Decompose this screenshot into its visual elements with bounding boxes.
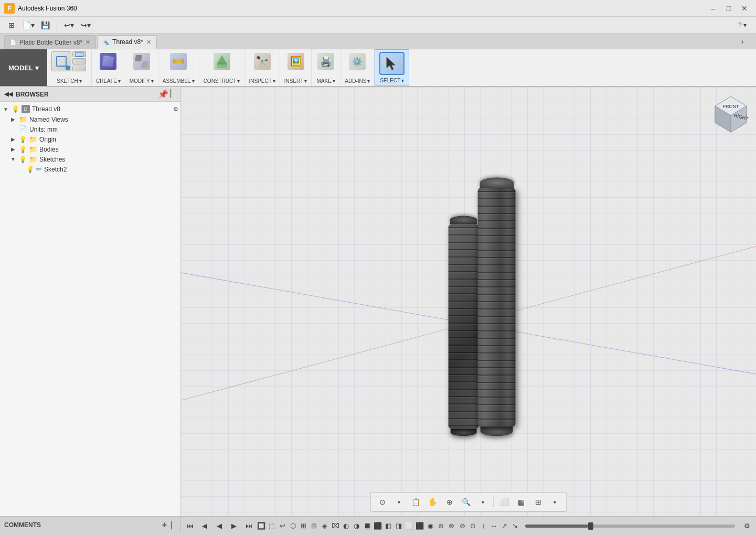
tree-item-origin[interactable]: ▶ 💡 📁 Origin bbox=[7, 134, 180, 144]
comments-add-button[interactable]: + bbox=[162, 520, 167, 530]
look-at-button[interactable]: 📋 bbox=[409, 495, 423, 509]
tool-15[interactable]: ⬜ bbox=[404, 519, 414, 533]
ribbon-group-addins[interactable]: ⚙️ ADD-INS▾ bbox=[340, 49, 375, 86]
construct-icons bbox=[212, 51, 232, 71]
statusbar: COMMENTS + ▏ ⏮ ◀ ◀ ▶ ⏭ 🔲 ⬚ ↩ ⬡ ⊞ ⊟ ◈ ⌧ ◐… bbox=[0, 516, 756, 535]
tool-16[interactable]: ⬛ bbox=[415, 519, 424, 533]
undo-button[interactable]: ↩▾ bbox=[61, 18, 76, 33]
addins-label: ADD-INS▾ bbox=[345, 78, 370, 84]
ribbon-group-construct[interactable]: CONSTRUCT▾ bbox=[199, 49, 245, 86]
tree-expand-sketches[interactable]: ▼ bbox=[9, 156, 17, 163]
tree-icon-units: 📄 bbox=[19, 125, 27, 133]
grid-button[interactable]: ▦ bbox=[514, 495, 529, 509]
ribbon-group-inspect[interactable]: 🔭 INSPECT▾ bbox=[244, 49, 280, 86]
tool-9[interactable]: ◐ bbox=[341, 519, 350, 533]
tool-12[interactable]: ⬛ bbox=[373, 519, 382, 533]
tool-4[interactable]: ⬡ bbox=[289, 519, 298, 533]
tab-thread[interactable]: 🔩 Thread v8* ✕ bbox=[97, 35, 157, 49]
env-button[interactable]: ⊞ bbox=[531, 495, 546, 509]
zoom-menu-button[interactable]: ▾ bbox=[476, 495, 491, 509]
ribbon-group-modify[interactable]: MODIFY▾ bbox=[125, 49, 158, 86]
tab1-close[interactable]: ✕ bbox=[86, 39, 90, 46]
browser-pin-button[interactable]: 📌 bbox=[158, 89, 168, 99]
browser-title-label: BROWSER bbox=[16, 91, 49, 98]
tree-expand-root[interactable]: ▼ bbox=[2, 105, 9, 113]
tool-21[interactable]: ⊙ bbox=[468, 519, 477, 533]
tree-label-bodies: Bodies bbox=[39, 146, 178, 153]
tool-13[interactable]: ◧ bbox=[384, 519, 393, 533]
viewport[interactable]: FRONT RIGHT ⊙ ▾ 📋 ✋ ⊕ 🔍 ▾ ⬜ ▦ ⊞ ▾ bbox=[181, 87, 756, 516]
addins-icons: ⚙️ bbox=[347, 51, 367, 71]
tab-scroll-right[interactable]: › bbox=[735, 34, 750, 49]
save-button[interactable]: 💾 bbox=[38, 18, 52, 33]
tab-plastic-bottle[interactable]: 📄 Platic Bottle Cutter v8* ✕ bbox=[4, 35, 96, 49]
tool-22[interactable]: ↕ bbox=[478, 519, 488, 533]
minimize-button[interactable]: – bbox=[706, 1, 720, 16]
tree-item-bodies[interactable]: ▶ 💡 📁 Bodies bbox=[7, 144, 180, 154]
close-button[interactable]: ✕ bbox=[737, 1, 752, 16]
modify-label: MODIFY▾ bbox=[130, 78, 154, 84]
play-end-button[interactable]: ⏭ bbox=[242, 519, 255, 533]
tool-1[interactable]: 🔲 bbox=[257, 519, 266, 533]
screw-short bbox=[449, 216, 479, 436]
tool-2[interactable]: ⬚ bbox=[267, 519, 276, 533]
play-prev2-button[interactable]: ◀ bbox=[212, 519, 226, 533]
grid-menu-button[interactable]: ⊞ bbox=[4, 18, 19, 33]
tool-6[interactable]: ⊟ bbox=[310, 519, 319, 533]
maximize-button[interactable]: □ bbox=[721, 1, 736, 16]
tool-10[interactable]: ◑ bbox=[352, 519, 361, 533]
viewcube[interactable]: FRONT RIGHT bbox=[710, 91, 752, 133]
help-button[interactable]: ? ▾ bbox=[733, 22, 752, 29]
display-mode-button[interactable]: ⬜ bbox=[497, 495, 512, 509]
env-menu-button[interactable]: ▾ bbox=[548, 495, 562, 509]
tool-18[interactable]: ⊕ bbox=[436, 519, 446, 533]
play-start-button[interactable]: ⏮ bbox=[183, 519, 197, 533]
pan-button[interactable]: ✋ bbox=[425, 495, 440, 509]
timeline-bar[interactable] bbox=[525, 525, 735, 528]
ribbon-mode-button[interactable]: MODEL ▾ bbox=[0, 49, 47, 86]
tree-item-sketch2[interactable]: ▶ 💡 ✏ Sketch2 bbox=[15, 164, 180, 174]
tool-23[interactable]: ↔ bbox=[489, 519, 498, 533]
tool-5[interactable]: ⊞ bbox=[299, 519, 308, 533]
ribbon-group-sketch[interactable]: SKETCH▾ bbox=[47, 49, 92, 86]
tree-icon-folder-bodies: 📁 bbox=[29, 145, 37, 153]
ribbon-group-assemble[interactable]: ASSEMBLE▾ bbox=[158, 49, 199, 86]
comments-expand-button[interactable]: ▏ bbox=[171, 521, 176, 529]
settings-button[interactable]: ⚙ bbox=[740, 519, 754, 533]
ribbon-group-insert[interactable]: 🖼️ INSERT▾ bbox=[280, 49, 312, 86]
redo-button[interactable]: ↪▾ bbox=[78, 18, 93, 33]
tool-17[interactable]: ◉ bbox=[426, 519, 435, 533]
browser-collapse-button[interactable]: ▏ bbox=[171, 89, 176, 99]
tree-item-units[interactable]: ▶ 📄 Units: mm bbox=[7, 124, 180, 134]
timeline-handle[interactable] bbox=[588, 522, 593, 530]
tool-11[interactable]: 🔳 bbox=[363, 519, 372, 533]
zoom-button[interactable]: 🔍 bbox=[459, 495, 474, 509]
tool-3[interactable]: ↩ bbox=[278, 519, 287, 533]
tool-7[interactable]: ◈ bbox=[320, 519, 329, 533]
tree-expand-named-views[interactable]: ▶ bbox=[9, 116, 17, 123]
tool-14[interactable]: ◨ bbox=[394, 519, 403, 533]
tool-8[interactable]: ⌧ bbox=[331, 519, 340, 533]
tree-expand-origin[interactable]: ▶ bbox=[9, 136, 17, 143]
ribbon-group-create[interactable]: CREATE▾ bbox=[92, 49, 125, 86]
new-file-button[interactable]: 📄▾ bbox=[21, 18, 36, 33]
orbit-button[interactable]: ⊙ bbox=[375, 495, 390, 509]
insert-label: INSERT▾ bbox=[284, 78, 307, 84]
ribbon-group-select[interactable]: SELECT▾ bbox=[375, 49, 409, 86]
tool-20[interactable]: ⊘ bbox=[457, 519, 467, 533]
orbit-menu-button[interactable]: ▾ bbox=[392, 495, 407, 509]
fit-button[interactable]: ⊕ bbox=[442, 495, 457, 509]
tool-19[interactable]: ⊗ bbox=[447, 519, 456, 533]
tree-item-root[interactable]: ▼ 💡 D Thread v8 ⚙ bbox=[0, 104, 180, 114]
tab2-close[interactable]: ✕ bbox=[146, 39, 151, 46]
tree-item-named-views[interactable]: ▶ 📁 Named Views bbox=[7, 114, 180, 124]
tool-25[interactable]: ↘ bbox=[510, 519, 520, 533]
tree-item-sketches[interactable]: ▼ 💡 📁 Sketches bbox=[7, 154, 180, 164]
tool-24[interactable]: ↗ bbox=[500, 519, 509, 533]
play-next-button[interactable]: ▶ bbox=[227, 519, 241, 533]
tree-icon-settings-root[interactable]: ⚙ bbox=[173, 106, 178, 113]
tree-expand-bodies[interactable]: ▶ bbox=[9, 146, 17, 153]
ribbon: MODEL ▾ SKETCH▾ bbox=[0, 49, 756, 87]
play-prev-button[interactable]: ◀ bbox=[198, 519, 211, 533]
ribbon-group-make[interactable]: 🖨️ MAKE▾ bbox=[312, 49, 340, 86]
